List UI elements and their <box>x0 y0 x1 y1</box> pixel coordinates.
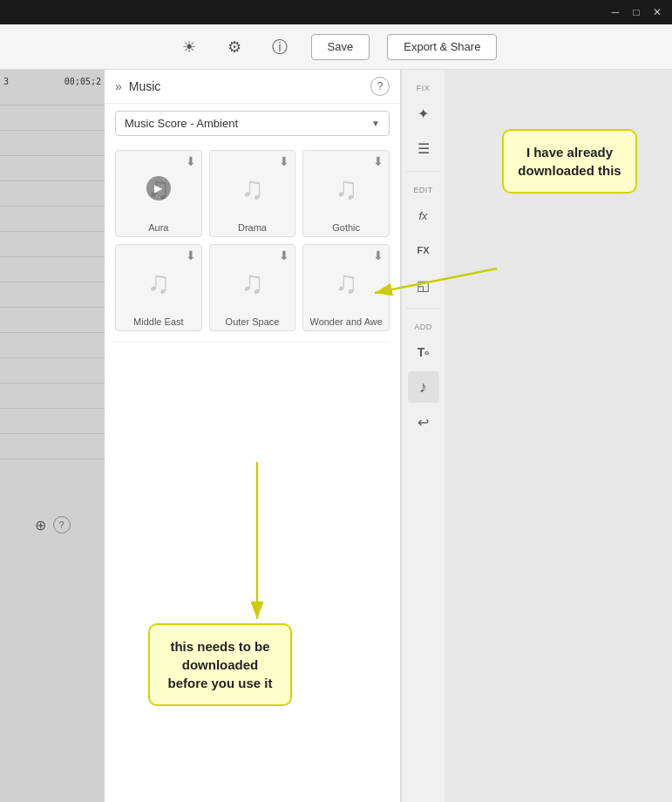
music-card-gothic[interactable]: ⬇ ♫ Gothic <box>302 150 390 237</box>
add-label: ADD <box>414 323 432 331</box>
save-button[interactable]: Save <box>311 34 370 60</box>
maximize-button[interactable]: □ <box>628 4 644 20</box>
zoom-help-icon[interactable]: ? <box>53 516 71 534</box>
music-note-outer-space: ♫ <box>241 264 264 301</box>
sliders-tool-button[interactable]: ☰ <box>408 133 439 164</box>
music-card-icon-area-outer-space: ♫ <box>221 252 282 313</box>
text-tool-button[interactable]: To <box>408 336 439 368</box>
timecode: 00;05;2 <box>64 77 101 86</box>
brightness-icon[interactable]: ☀ <box>175 33 203 61</box>
music-note-middle-east: ♫ <box>146 264 170 301</box>
music-tool-button[interactable]: ♪ <box>408 371 439 403</box>
music-note-wonder-and-awe: ♫ <box>335 264 358 301</box>
zoom-in-icon[interactable]: ⊕ <box>35 517 46 534</box>
music-card-label-drama: Drama <box>238 222 267 233</box>
fx-script-button[interactable]: fx <box>408 200 439 231</box>
panel-title: Music <box>129 79 363 93</box>
panel-help-button[interactable]: ? <box>370 77 390 96</box>
export-share-button[interactable]: Export & Share <box>387 34 497 60</box>
music-note-gothic: ♫ <box>335 170 358 207</box>
tooltip-needs-download: this needs to be downloaded before you u… <box>148 623 292 706</box>
settings-icon[interactable]: ⚙ <box>221 33 248 61</box>
fx-button[interactable]: FX <box>408 234 439 266</box>
panel-divider <box>115 342 390 343</box>
close-button[interactable]: ✕ <box>649 4 665 20</box>
title-bar: ─ □ ✕ <box>0 0 672 24</box>
main-toolbar: ☀ ⚙ ⓘ Save Export & Share <box>0 24 672 70</box>
timeline-marker: 3 <box>3 77 9 86</box>
panel-header: » Music ? <box>105 70 400 104</box>
zoom-bar: ⊕ ? <box>0 509 105 540</box>
edit-label: EDIT <box>413 186 433 194</box>
info-icon[interactable]: ⓘ <box>266 33 294 61</box>
music-card-label-wonder-and-awe: Wonder and Awe <box>309 316 382 327</box>
minimize-button[interactable]: ─ <box>608 4 623 20</box>
crop-button[interactable]: ◱ <box>408 269 439 301</box>
music-card-icon-area-drama: ♫ <box>221 158 282 219</box>
music-card-middle-east[interactable]: ⬇ ♫ Middle East <box>115 244 202 331</box>
music-card-wonder-and-awe[interactable]: ⬇ ♫ Wonder and Awe <box>302 244 390 331</box>
panel-breadcrumb-arrows: » <box>115 79 122 93</box>
music-card-icon-area-middle-east: ♫ <box>128 252 189 313</box>
music-card-label-middle-east: Middle East <box>133 316 183 327</box>
music-grid: ⬇ ♫ ▶ Aura ⬇ ♫ Drama ⬇ ♫ <box>105 143 400 338</box>
music-card-label-gothic: Gothic <box>332 222 360 233</box>
play-button-aura[interactable]: ▶ <box>146 176 171 200</box>
revert-tool-button[interactable]: ↩ <box>408 406 439 438</box>
dropdown-arrow-icon: ▼ <box>371 119 380 128</box>
toolbar-divider-1 <box>406 171 440 172</box>
music-card-icon-area-wonder-and-awe: ♫ <box>316 252 377 313</box>
music-card-outer-space[interactable]: ⬇ ♫ Outer Space <box>209 244 296 331</box>
fix-label: FIX <box>417 84 431 92</box>
music-card-label-outer-space: Outer Space <box>226 316 280 327</box>
wand-tool-button[interactable]: ✦ <box>408 98 439 129</box>
dropdown-selected-value: Music Score - Ambient <box>125 117 371 130</box>
music-card-icon-area-aura: ♫ ▶ <box>128 158 189 219</box>
music-card-aura[interactable]: ⬇ ♫ ▶ Aura <box>115 150 202 237</box>
toolbar-divider-2 <box>406 308 440 309</box>
right-toolbar: FIX ✦ ☰ EDIT fx FX ◱ ADD To ♪ ↩ <box>401 70 445 802</box>
tooltip-downloaded: I have already downloaded this <box>502 129 637 194</box>
music-card-icon-area-gothic: ♫ <box>316 158 377 219</box>
music-card-drama[interactable]: ⬇ ♫ Drama <box>209 150 296 237</box>
music-card-label-aura: Aura <box>148 222 168 233</box>
left-sidebar: ⊕ ? 00;05;2 3 <box>0 70 105 802</box>
music-category-dropdown[interactable]: Music Score - Ambient ▼ <box>115 111 390 136</box>
music-note-drama: ♫ <box>241 170 264 207</box>
